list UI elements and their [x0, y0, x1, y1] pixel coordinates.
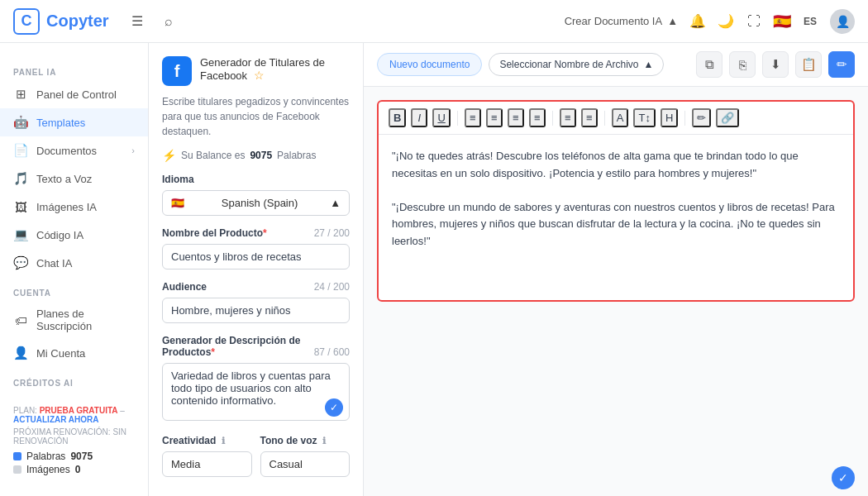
- app-logo[interactable]: C Copyter: [13, 8, 109, 35]
- audience-counter: 24 / 200: [314, 281, 350, 293]
- fmt-sep-3: [604, 111, 605, 126]
- generador-required: *: [211, 346, 215, 358]
- audience-input[interactable]: [162, 298, 350, 323]
- imagenes-count: 0: [75, 464, 81, 475]
- plan-free-link[interactable]: PRUEBA GRATUITA: [40, 406, 118, 415]
- chevron-up-icon: ▲: [644, 59, 654, 70]
- tool-header: f Generador de Titulares de Facebook ☆: [162, 56, 350, 86]
- tool-title-area: Generador de Titulares de Facebook ☆: [200, 56, 350, 82]
- align-justify-btn[interactable]: ≡: [529, 108, 546, 127]
- generador-textarea[interactable]: Variedad de libros y cuentas para todo t…: [162, 363, 350, 421]
- spain-flag: 🇪🇸: [171, 197, 184, 209]
- creatividad-field: Creatividad ℹ Media: [162, 435, 252, 477]
- palabras-count: 9075: [70, 451, 93, 462]
- align-right-btn[interactable]: ≡: [508, 108, 524, 127]
- new-doc-tab[interactable]: Nuevo documento: [377, 53, 482, 76]
- heading-btn[interactable]: H: [661, 108, 678, 127]
- creditos-label: CRÉDITOS AI: [0, 374, 148, 391]
- creatividad-label: Creatividad ℹ: [162, 435, 252, 446]
- sidebar-item-mi-cuenta[interactable]: 👤 Mi Cuenta: [0, 339, 148, 367]
- bottom-check-icon[interactable]: ✓: [832, 466, 855, 489]
- topnav-left-icons: ☰ ⌕: [129, 13, 565, 30]
- audience-label: Audience 24 / 200: [162, 281, 350, 293]
- pen-btn[interactable]: ✏: [692, 108, 711, 127]
- italic-btn[interactable]: I: [411, 108, 427, 127]
- language-flag[interactable]: 🇪🇸: [774, 13, 790, 30]
- font-size-btn[interactable]: T↕: [633, 108, 655, 127]
- plan-update-link[interactable]: ACTUALIZAR AHORA: [13, 415, 99, 424]
- list-ol-btn[interactable]: ≡: [560, 108, 576, 127]
- idioma-select[interactable]: 🇪🇸 Spanish (Spain) ▲: [162, 190, 350, 216]
- align-center-btn[interactable]: ≡: [486, 108, 503, 127]
- chat-icon: 💬: [13, 255, 28, 270]
- renovacion-row: PRÓXIMA RENOVACIÓN: SIN RENOVACIÓN: [13, 427, 135, 446]
- moon-icon[interactable]: 🌙: [718, 13, 734, 30]
- creatividad-value: Media: [171, 458, 200, 470]
- palabras-credit-row: Palabras 9075: [13, 451, 135, 462]
- plan-row: PLAN: PRUEBA GRATUITA – ACTUALIZAR AHORA: [13, 406, 135, 424]
- list-ul-btn[interactable]: ≡: [581, 108, 598, 127]
- creatividad-select[interactable]: Media: [162, 451, 252, 477]
- tool-desc: Escribe titulares pegadizos y convincent…: [162, 94, 350, 139]
- editor-para-2: "¡Descubre un mundo de sabores y aventur…: [392, 199, 840, 250]
- logo-box: C: [13, 8, 40, 35]
- tono-label: Tono de voz ℹ: [260, 435, 351, 446]
- sidebar-item-codigo-ia[interactable]: 💻 Código IA: [0, 221, 148, 249]
- sidebar-item-panel-control[interactable]: ⊞ Panel de Control: [0, 80, 148, 108]
- sidebar-item-documentos[interactable]: 📄 Documentos ›: [0, 136, 148, 165]
- panel-ia-label: PANEL IA: [0, 63, 148, 80]
- balance-row: ⚡ Su Balance es 9075 Palabras: [162, 149, 350, 162]
- lightning-icon: ⚡: [162, 149, 176, 162]
- fullscreen-icon[interactable]: ⛶: [746, 13, 762, 30]
- sidebar-item-imagenes-ia[interactable]: 🖼 Imágenes IA: [0, 193, 148, 221]
- download-icon[interactable]: ⬇: [762, 51, 789, 78]
- sidebar-item-templates[interactable]: 🤖 Templates: [0, 108, 148, 136]
- hamburger-icon[interactable]: ☰: [129, 13, 145, 30]
- imagenes-credit-row: Imágenes 0: [13, 464, 135, 475]
- nombre-input[interactable]: [162, 244, 350, 269]
- sidebar-item-chat-ia[interactable]: 💬 Chat IA: [0, 249, 148, 277]
- search-icon[interactable]: ⌕: [160, 13, 177, 30]
- editor-box: B I U ≡ ≡ ≡ ≡ ≡ ≡ A T↕ H ✏: [377, 100, 855, 302]
- sidebar-label-imagenes: Imágenes IA: [36, 201, 97, 213]
- sidebar-label-panel: Panel de Control: [36, 88, 117, 101]
- select-name-btn[interactable]: Seleccionar Nombre de Archivo ▲: [489, 53, 664, 76]
- nombre-label: Nombre del Producto* 27 / 200: [162, 227, 350, 239]
- crear-documento-btn[interactable]: Crear Documento IA ▲: [565, 15, 678, 27]
- palabras-label: Palabras: [26, 451, 65, 462]
- main-layout: PANEL IA ⊞ Panel de Control 🤖 Templates …: [0, 43, 868, 496]
- nombre-field: Nombre del Producto* 27 / 200: [162, 227, 350, 269]
- link-btn[interactable]: 🔗: [716, 108, 739, 127]
- sidebar-label-mi-cuenta: Mi Cuenta: [36, 347, 85, 360]
- sidebar-item-texto-voz[interactable]: 🎵 Texto a Voz: [0, 165, 148, 193]
- clipboard-icon[interactable]: 📋: [795, 51, 822, 78]
- robot-icon: 🤖: [13, 115, 28, 130]
- editor-content[interactable]: "¡No te quedes atrás! Descubre los teléf…: [379, 135, 853, 300]
- copy-icon-2[interactable]: ⎘: [729, 51, 756, 78]
- chevron-up-icon: ▲: [330, 197, 341, 209]
- document-icon: 📄: [13, 143, 28, 158]
- user-avatar[interactable]: 👤: [830, 9, 855, 34]
- tono-info-icon[interactable]: ℹ: [322, 436, 326, 446]
- bold-btn[interactable]: B: [389, 108, 406, 127]
- tool-panel: f Generador de Titulares de Facebook ☆ E…: [149, 43, 364, 496]
- topnav-right: Crear Documento IA ▲ 🔔 🌙 ⛶ 🇪🇸 ES 👤: [565, 9, 855, 34]
- tono-select[interactable]: Casual: [260, 451, 351, 477]
- underline-btn[interactable]: U: [432, 108, 450, 127]
- audience-field: Audience 24 / 200: [162, 281, 350, 323]
- editor-area: B I U ≡ ≡ ≡ ≡ ≡ ≡ A T↕ H ✏: [364, 87, 868, 460]
- tono-value: Casual: [269, 458, 303, 470]
- edit-doc-icon[interactable]: ✏: [828, 51, 855, 78]
- star-icon[interactable]: ☆: [254, 69, 265, 82]
- font-color-btn[interactable]: A: [612, 108, 629, 127]
- copy-icon-1[interactable]: ⧉: [696, 51, 723, 78]
- balance-number: 9075: [250, 150, 272, 161]
- sidebar-item-planes[interactable]: 🏷 Planes de Suscripción: [0, 301, 148, 339]
- creatividad-info-icon[interactable]: ℹ: [222, 436, 225, 446]
- lang-label: ES: [802, 13, 818, 30]
- align-left-btn[interactable]: ≡: [465, 108, 481, 127]
- chevron-up-icon: ▲: [667, 15, 678, 27]
- idioma-label: Idioma: [162, 174, 350, 185]
- bell-icon[interactable]: 🔔: [689, 13, 706, 30]
- tool-icon: f: [162, 56, 192, 86]
